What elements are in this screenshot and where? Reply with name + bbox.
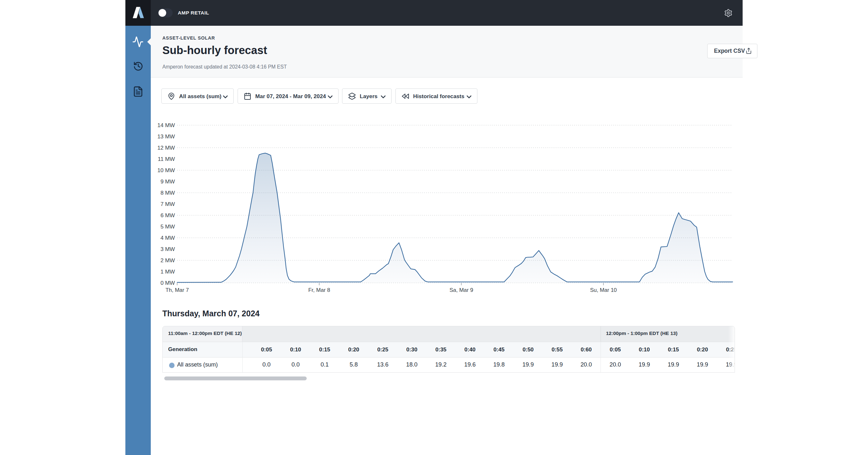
svg-text:11 MW: 11 MW [158, 156, 175, 162]
svg-text:6 MW: 6 MW [160, 212, 175, 219]
svg-text:7 MW: 7 MW [160, 201, 175, 207]
svg-text:0 MW: 0 MW [160, 280, 175, 286]
svg-text:9 MW: 9 MW [160, 178, 175, 185]
svg-text:13 MW: 13 MW [157, 133, 175, 140]
svg-text:4 MW: 4 MW [160, 234, 175, 241]
svg-text:3 MW: 3 MW [160, 246, 175, 252]
svg-text:1 MW: 1 MW [160, 268, 175, 275]
svg-text:10 MW: 10 MW [157, 167, 175, 173]
svg-text:14 MW: 14 MW [157, 122, 175, 129]
svg-text:Fr, Mar 8: Fr, Mar 8 [308, 287, 330, 293]
svg-text:Su, Mar 10: Su, Mar 10 [590, 287, 617, 293]
svg-text:5 MW: 5 MW [160, 223, 175, 230]
svg-text:Th, Mar 7: Th, Mar 7 [165, 287, 189, 293]
svg-text:Sa, Mar 9: Sa, Mar 9 [450, 287, 473, 293]
svg-text:2 MW: 2 MW [160, 257, 175, 263]
svg-text:12 MW: 12 MW [157, 144, 175, 151]
svg-text:8 MW: 8 MW [160, 190, 175, 196]
